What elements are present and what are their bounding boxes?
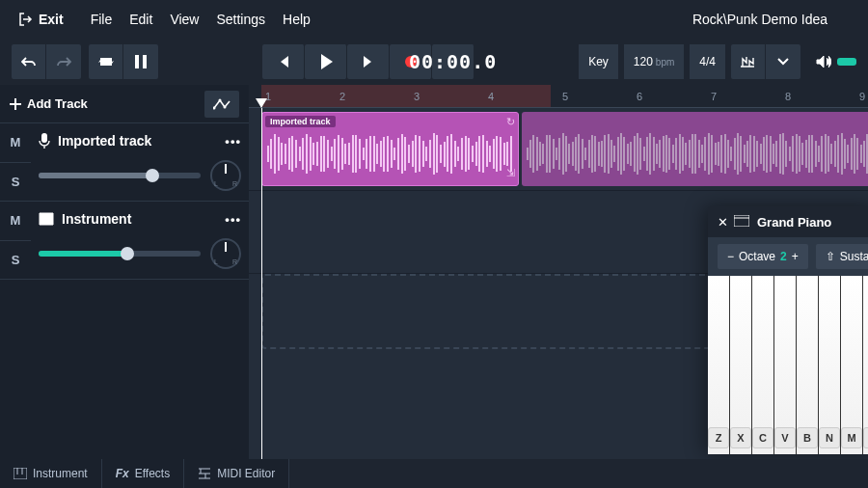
redo-button[interactable] xyxy=(46,44,81,79)
solo-button[interactable]: S xyxy=(0,241,31,280)
metronome-icon xyxy=(134,54,148,69)
play-icon xyxy=(319,54,333,69)
ruler-mark: 6 xyxy=(633,91,707,102)
tab-effects[interactable]: FxEffects xyxy=(102,459,184,488)
menu-settings[interactable]: Settings xyxy=(216,12,265,27)
metronome-button[interactable] xyxy=(123,44,158,79)
close-icon[interactable]: ✕ xyxy=(718,215,728,230)
master-volume[interactable] xyxy=(816,55,856,68)
audio-clip[interactable]: Imported track ↻⇲ xyxy=(261,112,519,186)
tab-label: Instrument xyxy=(33,467,88,480)
ruler-mark: 1 xyxy=(261,91,336,102)
ruler[interactable]: 123456789 xyxy=(249,85,868,108)
window-icon[interactable] xyxy=(734,215,749,227)
add-track-row: Add Track xyxy=(0,85,249,123)
white-key[interactable]: B xyxy=(797,276,819,454)
project-title: Rock\Punk Demo Idea xyxy=(692,12,827,27)
undo-button[interactable] xyxy=(12,44,46,79)
piano-panel: ✕ Grand Piano − Octave 2 + ⇧ Sustain C ▾… xyxy=(708,206,868,454)
key-label: X xyxy=(730,427,751,448)
automation-button[interactable] xyxy=(204,91,239,118)
tuner-icon xyxy=(740,55,755,68)
piano-keys[interactable]: SDGHJL134 ZXCVBNM,.QWE xyxy=(708,276,868,454)
exit-icon xyxy=(19,13,33,26)
key-label: , xyxy=(863,427,868,448)
white-key[interactable]: Z xyxy=(708,276,730,454)
svg-point-4 xyxy=(219,98,222,101)
white-key[interactable]: V xyxy=(774,276,797,454)
menu-help[interactable]: Help xyxy=(283,12,311,27)
bpm-button[interactable]: 120bpm xyxy=(624,44,684,79)
main-area: Add Track M S Imported track ••• LR xyxy=(0,85,868,459)
add-track-button[interactable]: Add Track xyxy=(10,96,88,111)
volume-icon xyxy=(816,55,831,68)
key-button[interactable]: Key xyxy=(579,44,618,79)
volume-slider[interactable] xyxy=(39,173,201,178)
ruler-mark: 5 xyxy=(558,91,633,102)
pan-knob[interactable]: LR xyxy=(210,160,241,191)
more-button[interactable] xyxy=(766,44,800,79)
octave-value: 2 xyxy=(780,250,787,263)
plus-icon xyxy=(10,98,21,110)
track-menu-button[interactable]: ••• xyxy=(225,212,241,227)
track-lane-1[interactable]: Imported track ↻⇲ xyxy=(249,108,868,191)
solo-button[interactable]: S xyxy=(0,163,31,202)
track-menu-button[interactable]: ••• xyxy=(225,134,241,149)
white-key[interactable]: , xyxy=(863,276,868,454)
bottom-tabs: Instrument FxEffects MIDI Editor xyxy=(0,459,289,488)
track-name[interactable]: Instrument xyxy=(62,211,217,227)
tab-midi[interactable]: MIDI Editor xyxy=(184,459,289,488)
exit-button[interactable]: Exit xyxy=(12,8,71,31)
key-label: N xyxy=(819,427,840,448)
time-display[interactable]: 00:00.0 xyxy=(432,44,475,79)
tab-label: MIDI Editor xyxy=(217,467,275,480)
sustain-button[interactable]: ⇧ Sustain xyxy=(816,244,868,269)
transport: 00:00.0 xyxy=(262,44,475,79)
piano-icon xyxy=(39,212,54,226)
svg-rect-1 xyxy=(143,55,147,68)
skip-end-button[interactable] xyxy=(347,44,390,79)
menu-edit[interactable]: Edit xyxy=(129,12,152,27)
mute-button[interactable]: M xyxy=(0,202,31,241)
play-button[interactable] xyxy=(305,44,347,79)
ruler-mark: 7 xyxy=(707,91,781,102)
white-key[interactable]: N xyxy=(819,276,841,454)
timesig-button[interactable]: 4/4 xyxy=(690,44,725,79)
timeline[interactable]: 123456789 Imported track ↻⇲ ✕ Grand Pian… xyxy=(249,85,868,459)
svg-rect-7 xyxy=(734,215,749,227)
white-key[interactable]: M xyxy=(841,276,863,454)
volume-bar[interactable] xyxy=(837,58,856,66)
audio-clip-bg[interactable] xyxy=(522,112,868,186)
loop-icon xyxy=(98,55,114,68)
tuner-button[interactable] xyxy=(731,44,766,79)
track-instrument: M S Instrument ••• LR xyxy=(0,202,249,280)
menu-file[interactable]: File xyxy=(91,12,113,27)
midi-icon xyxy=(198,468,211,479)
tab-instrument[interactable]: Instrument xyxy=(0,459,102,488)
ruler-mark: 3 xyxy=(410,91,484,102)
bpm-value: 120 xyxy=(634,55,653,68)
svg-point-5 xyxy=(224,105,227,108)
track-imported: M S Imported track ••• LR xyxy=(0,123,249,202)
playhead[interactable] xyxy=(261,108,262,459)
keys-icon xyxy=(14,468,27,479)
timesig-value: 4/4 xyxy=(699,55,716,68)
ruler-mark: 9 xyxy=(855,91,868,102)
volume-slider[interactable] xyxy=(39,251,201,257)
key-label: Z xyxy=(708,427,729,448)
skip-start-button[interactable] xyxy=(262,44,305,79)
pan-knob[interactable]: LR xyxy=(210,238,241,269)
mute-button[interactable]: M xyxy=(0,123,31,163)
fx-icon: Fx xyxy=(116,467,129,480)
menu-view[interactable]: View xyxy=(170,12,199,27)
track-name[interactable]: Imported track xyxy=(58,133,217,149)
white-key[interactable]: X xyxy=(730,276,752,454)
octave-control[interactable]: − Octave 2 + xyxy=(718,244,808,269)
key-label: C xyxy=(752,427,773,448)
tab-label: Effects xyxy=(135,467,170,480)
automation-icon xyxy=(213,98,231,110)
loop-button[interactable] xyxy=(89,44,123,79)
white-key[interactable]: C xyxy=(752,276,774,454)
topbar: Exit File Edit View Settings Help Rock\P… xyxy=(0,0,868,39)
add-track-label: Add Track xyxy=(27,96,88,111)
